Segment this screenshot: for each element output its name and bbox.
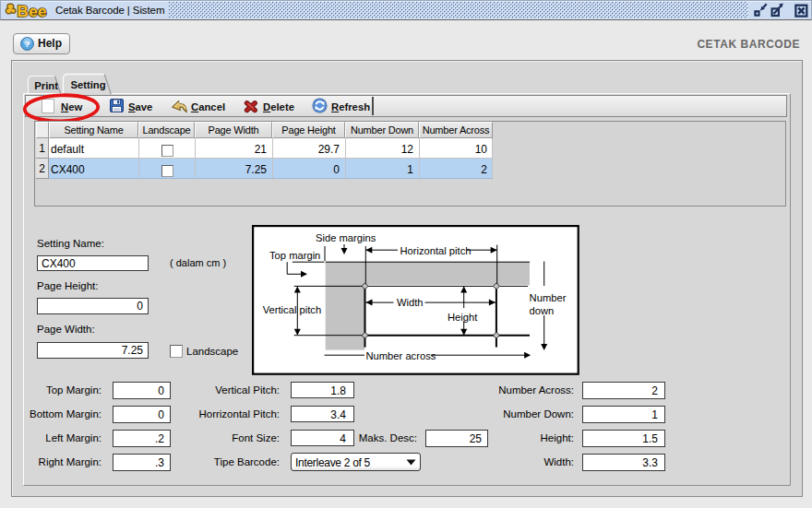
svg-text:Side margins: Side margins bbox=[316, 232, 376, 243]
svg-text:Bee: Bee bbox=[18, 3, 47, 20]
svg-text:Height: Height bbox=[448, 312, 478, 323]
svg-text:down: down bbox=[530, 305, 555, 316]
svg-text:Top margin: Top margin bbox=[269, 250, 320, 261]
svg-text:Horizontal pitch: Horizontal pitch bbox=[400, 245, 471, 256]
svg-text:Width: Width bbox=[397, 297, 424, 308]
svg-text:Number across: Number across bbox=[366, 350, 436, 361]
svg-text:?: ? bbox=[25, 39, 30, 49]
svg-text:Number: Number bbox=[530, 292, 567, 303]
svg-text:Vertical pitch: Vertical pitch bbox=[263, 304, 321, 315]
